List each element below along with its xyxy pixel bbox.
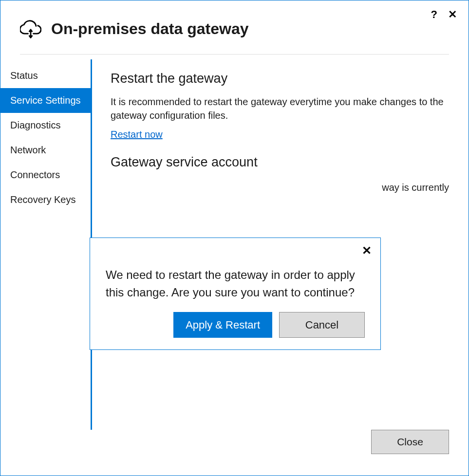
- header: On-premises data gateway: [0, 0, 469, 54]
- sidebar-item-service-settings[interactable]: Service Settings: [0, 88, 91, 113]
- sidebar-item-connectors[interactable]: Connectors: [0, 163, 91, 187]
- sidebar-item-recovery-keys[interactable]: Recovery Keys: [0, 187, 91, 212]
- dialog-close-icon[interactable]: ✕: [362, 245, 372, 256]
- partial-text-behind-dialog: way is currently: [382, 182, 449, 193]
- header-divider: [20, 54, 449, 55]
- dialog-message: We need to restart the gateway in order …: [106, 266, 365, 301]
- footer: Close: [0, 430, 469, 476]
- page-title: On-premises data gateway: [51, 20, 248, 38]
- help-icon[interactable]: ?: [431, 9, 437, 20]
- sidebar-item-diagnostics[interactable]: Diagnostics: [0, 113, 91, 138]
- restart-section-description: It is recommended to restart the gateway…: [111, 95, 449, 122]
- service-account-section-title: Gateway service account: [111, 155, 449, 170]
- restart-section-title: Restart the gateway: [111, 71, 449, 86]
- sidebar-item-network[interactable]: Network: [0, 138, 91, 163]
- confirm-restart-dialog: ✕ We need to restart the gateway in orde…: [90, 238, 381, 350]
- close-button[interactable]: Close: [371, 430, 449, 454]
- close-icon[interactable]: ✕: [448, 9, 457, 20]
- sidebar-item-status[interactable]: Status: [0, 63, 91, 88]
- apply-restart-button[interactable]: Apply & Restart: [173, 312, 272, 338]
- sidebar: Status Service Settings Diagnostics Netw…: [0, 59, 92, 430]
- body: Status Service Settings Diagnostics Netw…: [0, 59, 469, 430]
- titlebar-controls: ? ✕: [431, 9, 457, 20]
- cloud-gateway-icon: [20, 18, 41, 39]
- gateway-window: ? ✕ On-premises data gateway Status Serv…: [0, 0, 469, 476]
- restart-now-link[interactable]: Restart now: [111, 129, 163, 140]
- cancel-button[interactable]: Cancel: [279, 312, 365, 338]
- dialog-button-row: Apply & Restart Cancel: [106, 312, 365, 338]
